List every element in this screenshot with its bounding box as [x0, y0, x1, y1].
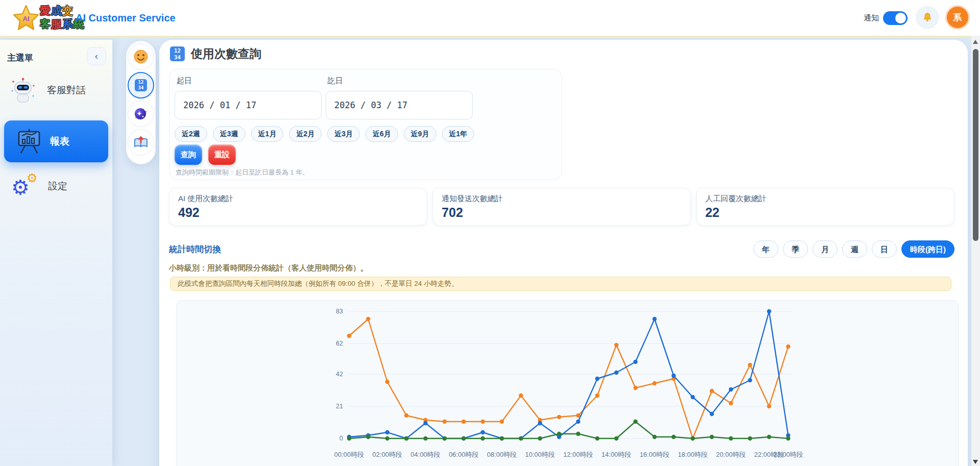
report-board-icon	[16, 128, 42, 155]
sidebar-menu-title: 主選單	[7, 52, 33, 64]
scrollbar-up-icon[interactable]	[973, 40, 978, 44]
user-avatar[interactable]: 系	[945, 5, 970, 30]
range-chip-1m[interactable]: 近1月	[251, 126, 284, 142]
svg-text:21: 21	[336, 403, 343, 410]
chevron-left-icon: ‹	[95, 51, 98, 62]
range-chip-3w[interactable]: 近3週	[213, 126, 246, 142]
rail-button-emoji[interactable]	[128, 43, 154, 70]
usage-chart: 02142628300:00時段02:00時段04:00時段06:00時段08:…	[176, 300, 959, 466]
gears-icon: ⚙ ⚙	[10, 172, 40, 201]
sidebar: 主選單 ‹ 客服對話 報表 ⚙ ⚙	[0, 40, 112, 466]
notify-label: 通知	[864, 13, 879, 23]
vertical-scrollbar[interactable]	[971, 36, 980, 466]
scrollbar-down-icon[interactable]	[973, 460, 978, 464]
scrollbar-thumb[interactable]	[973, 49, 978, 241]
range-chip-2w[interactable]: 近2週	[175, 126, 207, 142]
sidebar-collapse-button[interactable]: ‹	[87, 47, 106, 65]
bell-icon	[922, 12, 933, 23]
range-chip-6m[interactable]: 近6月	[365, 126, 398, 142]
svg-text:10:00時段: 10:00時段	[525, 451, 555, 458]
svg-text:04:00時段: 04:00時段	[410, 451, 440, 458]
svg-text:20:00時段: 20:00時段	[716, 451, 746, 458]
rail-button-magic[interactable]	[128, 101, 154, 127]
granularity-pills: 年 季 月 週 日 時段(跨日)	[753, 240, 954, 258]
granularity-year[interactable]: 年	[753, 240, 778, 258]
sidebar-item-reports[interactable]: 報表	[4, 120, 108, 162]
notifications-button[interactable]	[916, 6, 939, 29]
logo-badge-text: AI	[23, 15, 30, 22]
query-range-hint: 查詢時間範圍限制：起日至訖日最長為 1 年。	[176, 168, 309, 177]
svg-text:0: 0	[339, 435, 343, 442]
end-date-label: 訖日	[328, 76, 343, 86]
svg-text:06:00時段: 06:00時段	[449, 451, 479, 458]
gear-small-icon: ⚙	[27, 172, 38, 184]
svg-text:23:00時段: 23:00時段	[773, 451, 803, 458]
stat-card-manual-replies: 人工回覆次數總計 22	[696, 188, 954, 226]
rail-button-knowledge[interactable]	[128, 129, 154, 156]
stat-card-notifications: 通知發送次數總計 702	[432, 188, 691, 226]
svg-text:16:00時段: 16:00時段	[640, 451, 670, 458]
avatar-text: 系	[953, 12, 962, 23]
range-chip-9m[interactable]: 近9月	[404, 126, 436, 142]
range-chip-3m[interactable]: 近3月	[327, 126, 360, 142]
search-button[interactable]: 查詢	[175, 144, 202, 165]
svg-text:14:00時段: 14:00時段	[601, 451, 631, 458]
granularity-month[interactable]: 月	[813, 240, 838, 258]
reset-button[interactable]: 重設	[208, 144, 236, 165]
page-title-row: 12 34 使用次數查詢	[170, 46, 261, 62]
sidebar-item-label: 客服對話	[47, 84, 86, 97]
granularity-title: 統計時間切換	[169, 243, 221, 255]
stat-card-ai-usage: AI 使用次數總計 492	[169, 188, 427, 226]
toggle-knob	[895, 13, 906, 23]
tool-rail: 12 34	[126, 41, 156, 164]
quick-range-chips: 近2週 近3週 近1月 近2月 近3月 近6月 近9月 近1年	[175, 126, 474, 142]
end-date-input[interactable]	[326, 91, 473, 119]
sidebar-item-label: 設定	[48, 180, 67, 193]
query-form: 起日 訖日 近2週 近3週 近1月 近2月 近3月 近6月 近9月 近1年 查詢…	[169, 69, 562, 180]
notify-toggle[interactable]	[883, 11, 908, 25]
svg-text:12:00時段: 12:00時段	[564, 451, 594, 458]
svg-text:18:00時段: 18:00時段	[678, 451, 708, 458]
svg-text:62: 62	[336, 340, 343, 347]
svg-text:83: 83	[336, 308, 343, 315]
range-chip-1y[interactable]: 近1年	[442, 126, 475, 142]
start-date-label: 起日	[177, 76, 192, 86]
start-date-input[interactable]	[175, 91, 322, 119]
granularity-week[interactable]: 週	[842, 240, 867, 258]
app-logo-star-icon: AI	[12, 4, 40, 32]
stat-cards: AI 使用次數總計 492 通知發送次數總計 702 人工回覆次數總計 22	[169, 188, 954, 226]
mode-notice-banner: 此模式會把查詢區間內每天相同時段加總（例如所有 09:00 合併），不是單日 2…	[170, 277, 951, 291]
app-header: AI 愛成交 客服系統 AI Customer Service 通知 系	[0, 0, 980, 38]
keycap-1234-icon: 12 34	[135, 79, 147, 91]
granularity-subtitle: 小時級別：用於看時間段分佈統計（客人使用時間分佈）。	[169, 263, 368, 273]
robot-icon	[8, 76, 38, 105]
usage-count-icon: 12 34	[170, 46, 185, 61]
granularity-day[interactable]: 日	[872, 240, 897, 258]
main-content: 12 34 使用次數查詢 起日 訖日 近2週 近3週 近1月 近2月 近3月 近…	[159, 40, 968, 466]
granularity-hour-slot[interactable]: 時段(跨日)	[901, 240, 954, 258]
svg-text:42: 42	[336, 371, 343, 378]
svg-text:00:00時段: 00:00時段	[334, 451, 364, 458]
svg-text:08:00時段: 08:00時段	[487, 451, 517, 458]
granularity-quarter[interactable]: 季	[783, 240, 808, 258]
svg-text:02:00時段: 02:00時段	[373, 451, 403, 458]
range-chip-2m[interactable]: 近2月	[289, 126, 322, 142]
granularity-row: 統計時間切換 年 季 月 週 日 時段(跨日)	[169, 240, 954, 258]
rail-button-usage-count[interactable]: 12 34	[128, 72, 154, 99]
sidebar-item-label: 報表	[50, 135, 69, 148]
usage-chart-svg: 02142628300:00時段02:00時段04:00時段06:00時段08:…	[177, 301, 958, 466]
sidebar-item-chat[interactable]: 客服對話	[0, 73, 112, 107]
book-upload-icon	[133, 134, 149, 151]
sparkle-ball-icon	[132, 105, 150, 122]
app-title: AI Customer Service	[76, 12, 176, 24]
page-title: 使用次數查詢	[191, 46, 261, 62]
smiley-icon	[133, 49, 149, 64]
sidebar-item-settings[interactable]: ⚙ ⚙ 設定	[0, 169, 112, 203]
